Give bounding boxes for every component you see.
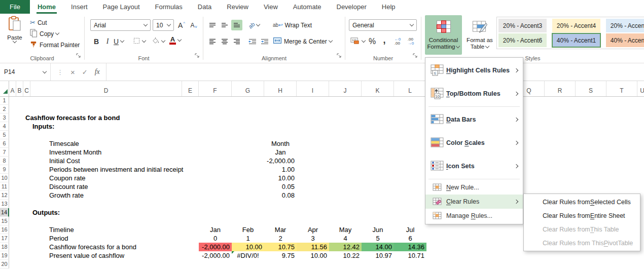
menu-item-highlight-cells-rules[interactable]: ≤Highlight Cells Rules [425,59,523,82]
row-header-19[interactable]: 19 [0,251,9,260]
cell-L17[interactable]: 6 [394,234,426,243]
cell-D16[interactable]: Timeline [49,225,74,234]
row-header-18[interactable]: 18 [0,243,9,251]
decrease-decimal-button[interactable]: .00→0 [405,36,416,47]
orientation-button[interactable]: ab [247,20,261,30]
wrap-text-button[interactable]: ab↩ Wrap Text [271,20,313,30]
menu-item-top-bottom-rules[interactable]: 10Top/Bottom Rules [425,82,523,105]
cell-G16[interactable]: Feb [232,225,264,234]
row-header-4[interactable]: 4 [0,122,9,131]
row-header-12[interactable]: 12 [0,191,9,200]
dialog-launcher-icon[interactable] [76,51,81,60]
submenu-item-clear-rules-from-selected-cells[interactable]: Clear Rules from Selected Cells [524,195,640,209]
name-box[interactable]: P14 [0,63,51,81]
cell-K19[interactable]: 10.97 [362,251,394,260]
tab-insert[interactable]: Insert [63,0,95,14]
cell-D7[interactable]: Investment Month [49,148,101,157]
cell-D12[interactable]: Growth rate [49,191,84,200]
tab-data[interactable]: Data [190,0,219,14]
font-color-button[interactable]: A [168,35,183,46]
cell-D8[interactable]: Initial Cost [49,157,80,165]
select-all-corner[interactable] [0,81,9,96]
formula-input[interactable] [106,63,644,81]
cell-style-20-accent5[interactable]: 20% - Accent5 [606,19,644,32]
number-format-combo[interactable]: General [349,19,417,31]
grow-font-button[interactable]: A^ [176,20,187,30]
row-header-2[interactable]: 2 [0,105,9,113]
cell-H8[interactable]: -2,000.00 [264,157,297,165]
col-header-J[interactable]: J [329,81,362,96]
tab-automate[interactable]: Automate [285,0,329,14]
cell-D4[interactable]: Inputs: [32,122,54,131]
paste-button[interactable]: Paste [3,16,26,54]
menu-item-icon-sets[interactable]: Icon Sets [425,155,523,178]
font-name-combo[interactable]: Arial [90,19,151,31]
cell-D14[interactable]: Outputs: [32,208,60,217]
cell-L16[interactable]: Jul [394,225,426,234]
row-header-17[interactable]: 17 [0,234,9,243]
tab-review[interactable]: Review [219,0,256,14]
cell-G18[interactable]: 10.00 [232,243,264,251]
col-header-S[interactable]: S [576,81,606,96]
cell-H6[interactable]: Month [264,139,297,148]
conditional-formatting-button[interactable]: Conditional Formatting [425,15,462,55]
cell-H16[interactable]: Mar [264,225,297,234]
row-header-13[interactable]: 13 [0,200,9,208]
menu-item-clear-rules[interactable]: Clear Rules [425,195,523,209]
col-header-D[interactable]: D [30,81,182,96]
cell-I17[interactable]: 3 [297,234,329,243]
cell-J18[interactable]: 12.42 [329,243,362,251]
cell-J17[interactable]: 4 [329,234,362,243]
cancel-icon[interactable]: × [70,68,75,76]
merge-center-button[interactable]: Merge & Center [271,36,334,47]
cell-D9[interactable]: Periods between investment and initial r… [49,165,183,174]
row-header-11[interactable]: 11 [0,182,9,191]
cell-F16[interactable]: Jan [199,225,232,234]
dialog-launcher-icon[interactable] [337,51,342,60]
row-header-7[interactable]: 7 [0,148,9,157]
font-size-combo[interactable]: 10 [153,19,174,31]
cell-D17[interactable]: Period [49,234,68,243]
menu-item-color-scales[interactable]: Color Scales [425,131,523,155]
insert-function-icon[interactable]: fx [95,68,100,76]
col-header-A[interactable]: A [9,81,16,96]
cell-L18[interactable]: 14.36 [394,243,426,251]
cell-J19[interactable]: 10.22 [329,251,362,260]
copy-button[interactable]: Copy [28,28,60,39]
borders-button[interactable] [131,36,147,47]
cut-button[interactable]: ✂ Cut [28,17,49,28]
menu-item-data-bars[interactable]: Data Bars [425,108,523,131]
cell-K18[interactable]: 14.00 [362,243,394,251]
cell-G17[interactable]: 1 [232,234,264,243]
cell-C3[interactable]: Cashflow forecasts for a bond [25,113,120,122]
menu-item-new-rule[interactable]: New Rule... [425,180,523,195]
cell-J16[interactable]: May [329,225,362,234]
col-header-G[interactable]: G [232,81,264,96]
tab-view[interactable]: View [256,0,285,14]
shrink-font-button[interactable]: Av [188,20,199,30]
row-header-8[interactable]: 8 [0,157,9,165]
row-header-15[interactable]: 15 [0,217,9,225]
format-as-table-button[interactable]: Format as Table [464,15,495,55]
row-header-3[interactable]: 3 [0,113,9,122]
decrease-indent-button[interactable] [247,36,258,47]
enter-icon[interactable]: ✓ [82,68,88,76]
cell-H12[interactable]: 0.08 [264,191,297,200]
cell-H19[interactable]: 9.75 [264,251,297,260]
cell-H18[interactable]: 10.75 [264,243,297,251]
col-header-U[interactable]: U [637,81,644,96]
percent-style-button[interactable]: % [367,36,378,47]
cell-style-20-accent6[interactable]: 20% - Accent6 [498,33,547,47]
cell-G19[interactable]: #DIV/0! [232,251,264,260]
format-painter-button[interactable]: Format Painter [28,40,81,50]
cell-I18[interactable]: 11.56 [297,243,329,251]
cell-style-20-accent4[interactable]: 20% - Accent4 [552,19,600,32]
dialog-launcher-icon[interactable] [195,51,200,60]
tab-help[interactable]: Help [374,0,403,14]
tab-formulas[interactable]: Formulas [148,0,190,14]
row-header-5[interactable]: 5 [0,131,9,139]
cell-style-40-accent1[interactable]: 40% - Accent1 [552,33,600,47]
row-header-14[interactable]: 14 [0,208,9,217]
cell-H17[interactable]: 2 [264,234,297,243]
row-header-16[interactable]: 16 [0,225,9,234]
